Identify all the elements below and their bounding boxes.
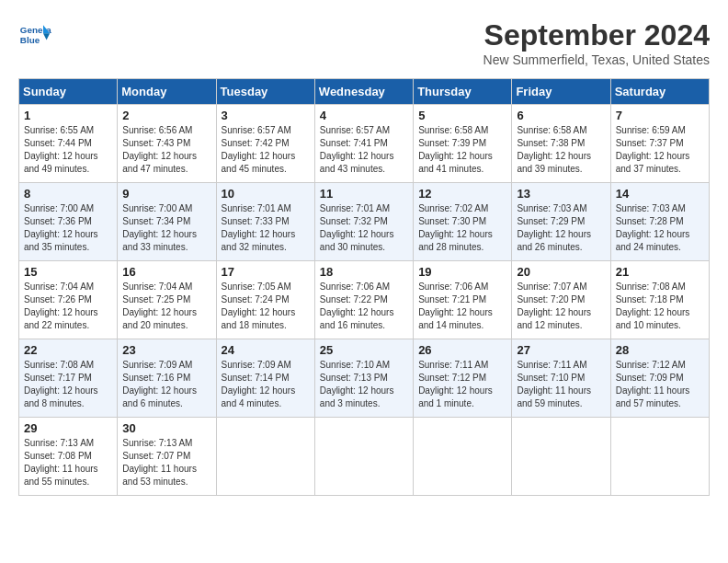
calendar-cell: 28Sunrise: 7:12 AM Sunset: 7:09 PM Dayli… — [610, 339, 709, 418]
day-info: Sunrise: 7:04 AM Sunset: 7:26 PM Dayligh… — [24, 281, 112, 332]
col-friday: Friday — [512, 79, 610, 105]
day-info: Sunrise: 6:58 AM Sunset: 7:39 PM Dayligh… — [418, 124, 506, 176]
calendar-cell: 10Sunrise: 7:01 AM Sunset: 7:33 PM Dayli… — [216, 183, 314, 261]
calendar-cell: 4Sunrise: 6:57 AM Sunset: 7:41 PM Daylig… — [314, 105, 413, 183]
col-saturday: Saturday — [610, 79, 709, 105]
calendar-cell: 25Sunrise: 7:10 AM Sunset: 7:13 PM Dayli… — [314, 339, 413, 418]
day-info: Sunrise: 7:09 AM Sunset: 7:14 PM Dayligh… — [222, 359, 310, 410]
day-number: 26 — [418, 343, 506, 357]
day-info: Sunrise: 7:10 AM Sunset: 7:13 PM Dayligh… — [320, 359, 408, 410]
calendar-cell: 13Sunrise: 7:03 AM Sunset: 7:29 PM Dayli… — [512, 183, 610, 261]
col-sunday: Sunday — [19, 79, 118, 105]
calendar-week-1: 1Sunrise: 6:55 AM Sunset: 7:44 PM Daylig… — [19, 105, 710, 183]
day-info: Sunrise: 6:57 AM Sunset: 7:41 PM Dayligh… — [320, 124, 408, 176]
day-number: 15 — [24, 265, 112, 279]
calendar-cell: 1Sunrise: 6:55 AM Sunset: 7:44 PM Daylig… — [19, 105, 118, 183]
day-info: Sunrise: 7:01 AM Sunset: 7:32 PM Dayligh… — [320, 202, 408, 254]
day-info: Sunrise: 7:01 AM Sunset: 7:33 PM Dayligh… — [222, 202, 310, 254]
day-number: 11 — [320, 187, 408, 201]
calendar-table: Sunday Monday Tuesday Wednesday Thursday… — [18, 78, 710, 496]
calendar-cell: 24Sunrise: 7:09 AM Sunset: 7:14 PM Dayli… — [216, 339, 314, 418]
day-number: 3 — [222, 109, 310, 122]
logo-icon: General Blue — [18, 18, 51, 52]
day-info: Sunrise: 7:11 AM Sunset: 7:10 PM Dayligh… — [517, 359, 605, 410]
day-number: 24 — [222, 343, 310, 357]
day-number: 6 — [517, 109, 605, 122]
day-info: Sunrise: 7:03 AM Sunset: 7:28 PM Dayligh… — [616, 202, 704, 254]
header-row: Sunday Monday Tuesday Wednesday Thursday… — [19, 79, 710, 105]
day-number: 12 — [418, 187, 506, 201]
day-info: Sunrise: 7:02 AM Sunset: 7:30 PM Dayligh… — [418, 202, 506, 254]
day-number: 18 — [320, 265, 408, 279]
day-info: Sunrise: 7:08 AM Sunset: 7:18 PM Dayligh… — [616, 281, 704, 332]
calendar-cell: 26Sunrise: 7:11 AM Sunset: 7:12 PM Dayli… — [414, 339, 512, 418]
calendar-cell: 11Sunrise: 7:01 AM Sunset: 7:32 PM Dayli… — [314, 183, 413, 261]
day-number: 28 — [616, 343, 704, 357]
calendar-cell: 22Sunrise: 7:08 AM Sunset: 7:17 PM Dayli… — [19, 339, 118, 418]
calendar-cell: 2Sunrise: 6:56 AM Sunset: 7:43 PM Daylig… — [118, 105, 216, 183]
day-number: 4 — [320, 109, 408, 122]
day-number: 23 — [122, 343, 210, 357]
day-info: Sunrise: 7:06 AM Sunset: 7:21 PM Dayligh… — [418, 281, 506, 332]
calendar-cell: 17Sunrise: 7:05 AM Sunset: 7:24 PM Dayli… — [216, 261, 314, 339]
day-info: Sunrise: 7:13 AM Sunset: 7:08 PM Dayligh… — [24, 437, 112, 488]
day-number: 8 — [24, 187, 112, 201]
calendar-cell: 21Sunrise: 7:08 AM Sunset: 7:18 PM Dayli… — [610, 261, 709, 339]
calendar-cell: 23Sunrise: 7:09 AM Sunset: 7:16 PM Dayli… — [118, 339, 216, 418]
calendar-cell: 14Sunrise: 7:03 AM Sunset: 7:28 PM Dayli… — [610, 183, 709, 261]
calendar-cell: 29Sunrise: 7:13 AM Sunset: 7:08 PM Dayli… — [19, 418, 118, 496]
day-number: 22 — [24, 343, 112, 357]
calendar-cell — [216, 418, 314, 496]
day-number: 21 — [616, 265, 704, 279]
day-info: Sunrise: 7:11 AM Sunset: 7:12 PM Dayligh… — [418, 359, 506, 410]
day-number: 27 — [517, 343, 605, 357]
day-info: Sunrise: 7:00 AM Sunset: 7:36 PM Dayligh… — [24, 202, 112, 254]
day-number: 9 — [122, 187, 210, 201]
calendar-cell: 18Sunrise: 7:06 AM Sunset: 7:22 PM Dayli… — [314, 261, 413, 339]
calendar-week-2: 8Sunrise: 7:00 AM Sunset: 7:36 PM Daylig… — [19, 183, 710, 261]
day-info: Sunrise: 7:03 AM Sunset: 7:29 PM Dayligh… — [517, 202, 605, 254]
day-info: Sunrise: 6:56 AM Sunset: 7:43 PM Dayligh… — [122, 124, 210, 176]
svg-marker-3 — [43, 33, 50, 40]
day-info: Sunrise: 6:55 AM Sunset: 7:44 PM Dayligh… — [24, 124, 112, 176]
calendar-cell — [512, 418, 610, 496]
col-thursday: Thursday — [414, 79, 512, 105]
calendar-cell: 19Sunrise: 7:06 AM Sunset: 7:21 PM Dayli… — [414, 261, 512, 339]
calendar-cell: 6Sunrise: 6:58 AM Sunset: 7:38 PM Daylig… — [512, 105, 610, 183]
calendar-cell: 16Sunrise: 7:04 AM Sunset: 7:25 PM Dayli… — [118, 261, 216, 339]
day-info: Sunrise: 7:08 AM Sunset: 7:17 PM Dayligh… — [24, 359, 112, 410]
calendar-week-4: 22Sunrise: 7:08 AM Sunset: 7:17 PM Dayli… — [19, 339, 710, 418]
day-info: Sunrise: 7:13 AM Sunset: 7:07 PM Dayligh… — [122, 437, 210, 488]
day-info: Sunrise: 7:07 AM Sunset: 7:20 PM Dayligh… — [517, 281, 605, 332]
calendar-cell: 30Sunrise: 7:13 AM Sunset: 7:07 PM Dayli… — [118, 418, 216, 496]
day-number: 29 — [24, 421, 112, 435]
calendar-week-3: 15Sunrise: 7:04 AM Sunset: 7:26 PM Dayli… — [19, 261, 710, 339]
calendar-cell: 27Sunrise: 7:11 AM Sunset: 7:10 PM Dayli… — [512, 339, 610, 418]
calendar-cell: 3Sunrise: 6:57 AM Sunset: 7:42 PM Daylig… — [216, 105, 314, 183]
day-info: Sunrise: 7:06 AM Sunset: 7:22 PM Dayligh… — [320, 281, 408, 332]
day-info: Sunrise: 6:57 AM Sunset: 7:42 PM Dayligh… — [222, 124, 310, 176]
month-title: September 2024 — [483, 18, 710, 52]
day-info: Sunrise: 7:09 AM Sunset: 7:16 PM Dayligh… — [122, 359, 210, 410]
calendar-cell: 20Sunrise: 7:07 AM Sunset: 7:20 PM Dayli… — [512, 261, 610, 339]
day-number: 25 — [320, 343, 408, 357]
day-number: 17 — [222, 265, 310, 279]
day-number: 13 — [517, 187, 605, 201]
day-info: Sunrise: 7:05 AM Sunset: 7:24 PM Dayligh… — [222, 281, 310, 332]
col-wednesday: Wednesday — [314, 79, 413, 105]
day-info: Sunrise: 6:58 AM Sunset: 7:38 PM Dayligh… — [517, 124, 605, 176]
day-info: Sunrise: 7:12 AM Sunset: 7:09 PM Dayligh… — [616, 359, 704, 410]
calendar-cell — [414, 418, 512, 496]
logo: General Blue — [18, 18, 51, 52]
calendar-cell: 8Sunrise: 7:00 AM Sunset: 7:36 PM Daylig… — [19, 183, 118, 261]
day-number: 1 — [24, 109, 112, 122]
day-info: Sunrise: 6:59 AM Sunset: 7:37 PM Dayligh… — [616, 124, 704, 176]
day-number: 7 — [616, 109, 704, 122]
calendar-cell — [610, 418, 709, 496]
svg-text:Blue: Blue — [20, 35, 40, 45]
day-number: 16 — [122, 265, 210, 279]
day-info: Sunrise: 7:04 AM Sunset: 7:25 PM Dayligh… — [122, 281, 210, 332]
day-number: 10 — [222, 187, 310, 201]
location: New Summerfield, Texas, United States — [483, 52, 710, 67]
page-header: General Blue September 2024 New Summerfi… — [18, 18, 710, 67]
